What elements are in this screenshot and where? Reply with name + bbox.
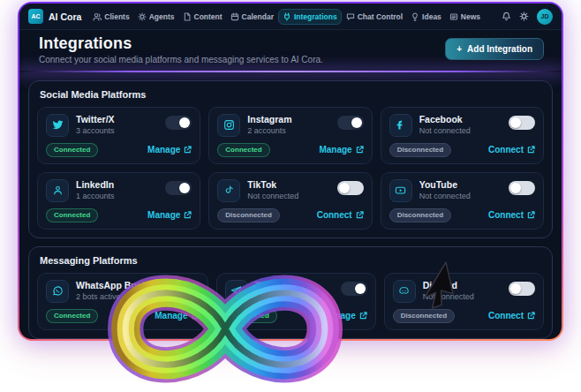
manage-link[interactable]: Manage <box>147 145 192 155</box>
status-badge: Connected <box>217 143 269 157</box>
platform-detail: 3 accounts <box>76 126 158 135</box>
connect-link[interactable]: Connect <box>488 210 535 220</box>
section-social-media: Social Media Platforms Twitter/X 3 accou… <box>28 80 553 238</box>
external-link-icon <box>184 146 192 154</box>
status-badge: Disconnected <box>217 208 279 222</box>
connection-toggle[interactable] <box>337 181 364 195</box>
nav-item-calendar[interactable]: Calendar <box>227 10 277 24</box>
link-label: Manage <box>147 145 180 155</box>
toggle-knob <box>510 117 521 128</box>
toggle-knob <box>355 283 366 294</box>
discord-icon <box>393 280 416 303</box>
toggle-knob <box>510 183 521 193</box>
card-linkedin: LinkedIn 1 accounts Connected Manage <box>37 172 200 230</box>
connection-toggle[interactable] <box>337 116 364 130</box>
platform-name: TikTok <box>247 179 329 190</box>
brand: AC AI Cora <box>28 9 81 24</box>
page-header: Integrations Connect your social media p… <box>19 30 562 71</box>
notifications-bell-icon[interactable] <box>502 11 511 21</box>
youtube-icon <box>389 179 412 202</box>
manage-link[interactable]: Manage <box>147 210 192 220</box>
settings-gear-icon[interactable] <box>519 11 529 21</box>
connection-toggle[interactable] <box>165 116 192 130</box>
gear-icon <box>138 12 147 21</box>
external-link-icon <box>527 146 535 154</box>
platform-detail: Not connected <box>419 126 502 135</box>
status-badge: Disconnected <box>389 208 451 222</box>
app-name: AI Cora <box>49 11 81 22</box>
nav-item-agents[interactable]: Agents <box>134 10 178 24</box>
facebook-icon <box>389 114 412 137</box>
nav-item-label: Chat Control <box>358 12 403 21</box>
card-instagram: Instagram 2 accounts Connected Manage <box>208 107 372 164</box>
connect-link[interactable]: Connect <box>488 145 535 155</box>
toggle-knob <box>351 117 362 128</box>
status-badge: Connected <box>46 143 98 157</box>
link-label: Connect <box>488 210 524 220</box>
add-integration-button[interactable]: + Add Integration <box>445 38 544 60</box>
platform-detail: 1 accounts <box>76 192 158 200</box>
card-discord: Discord Not connected Disconnected Conne… <box>384 273 544 330</box>
plus-icon: + <box>456 44 462 54</box>
nav-item-ideas[interactable]: Ideas <box>407 10 445 24</box>
link-label: Manage <box>147 210 180 220</box>
nav-item-news[interactable]: News <box>446 10 484 24</box>
user-avatar[interactable]: JD <box>537 9 553 25</box>
nav-item-label: Integrations <box>294 12 337 21</box>
platform-name: LinkedIn <box>76 179 158 190</box>
external-link-icon <box>356 211 364 219</box>
nav-item-label: Content <box>194 12 223 21</box>
link-label: Manage <box>319 145 351 155</box>
cursor-pointer <box>422 261 457 309</box>
card-tiktok: TikTok Not connected Disconnected Connec… <box>208 172 372 230</box>
top-navbar: AC AI Cora Clients Agents Content Calend… <box>19 4 562 30</box>
platform-detail: Not connected <box>247 192 329 200</box>
document-icon <box>183 12 192 21</box>
plug-icon <box>283 12 291 21</box>
linkedin-icon <box>46 179 69 202</box>
instagram-icon <box>217 114 240 137</box>
platform-name: Facebook <box>419 114 502 124</box>
connection-toggle[interactable] <box>509 282 535 296</box>
connection-toggle[interactable] <box>509 181 535 195</box>
toggle-knob <box>179 117 190 128</box>
connect-link[interactable]: Connect <box>317 210 364 220</box>
platform-name: YouTube <box>419 179 502 190</box>
connect-link[interactable]: Connect <box>488 311 535 320</box>
link-label: Connect <box>317 210 352 220</box>
card-twitter: Twitter/X 3 accounts Connected Manage <box>37 107 200 164</box>
status-badge: Connected <box>46 208 98 222</box>
users-icon <box>93 12 102 21</box>
nav-item-label: Clients <box>104 12 129 21</box>
section-title: Social Media Platforms <box>40 89 544 100</box>
tiktok-icon <box>217 179 240 202</box>
card-youtube: YouTube Not connected Disconnected Conne… <box>381 172 544 230</box>
external-link-icon <box>356 146 364 154</box>
external-link-icon <box>359 312 367 320</box>
platform-detail: Not connected <box>419 192 502 200</box>
calendar-icon <box>230 12 239 21</box>
nav-item-label: News <box>461 12 480 21</box>
external-link-icon <box>527 312 535 320</box>
nav-item-chat-control[interactable]: Chat Control <box>343 10 406 24</box>
nav-item-integrations[interactable]: Integrations <box>278 9 342 25</box>
nav-item-content[interactable]: Content <box>179 10 226 24</box>
manage-link[interactable]: Manage <box>319 145 363 155</box>
platform-detail: 2 accounts <box>247 126 329 135</box>
nav-item-clients[interactable]: Clients <box>89 10 132 24</box>
platform-name: Instagram <box>247 114 329 124</box>
twitter-icon <box>46 114 69 137</box>
toggle-knob <box>179 183 190 193</box>
external-link-icon <box>184 211 192 219</box>
external-link-icon <box>527 211 535 219</box>
nav-item-label: Calendar <box>242 12 274 21</box>
lightbulb-icon <box>411 12 419 21</box>
toggle-knob <box>510 283 521 294</box>
whatsapp-icon <box>46 280 69 303</box>
navbar-right: JD <box>502 9 553 25</box>
connection-toggle[interactable] <box>165 181 192 195</box>
connection-toggle[interactable] <box>509 116 535 130</box>
news-icon <box>449 12 458 21</box>
link-label: Connect <box>488 311 524 320</box>
status-badge: Connected <box>46 309 98 323</box>
